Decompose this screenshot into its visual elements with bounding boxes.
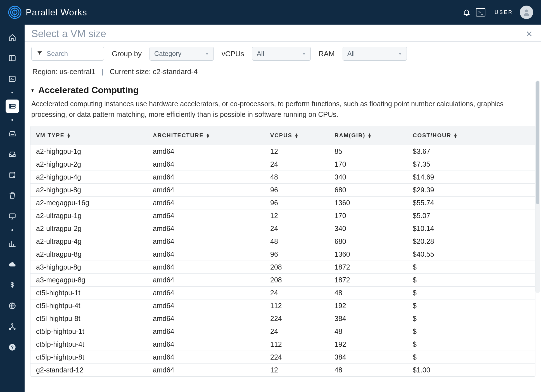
vcpus-select[interactable]: All ▼ [252,47,311,61]
cell-vcpu: 48 [270,237,334,245]
col-ram-header[interactable]: RAM(GIB) ▲▼ [334,132,413,139]
cell-ram: 1360 [334,250,413,258]
sort-icon: ▲▼ [206,133,210,138]
table-row[interactable]: a2-highgpu-8gamd6496680$29.39 [30,183,535,196]
table-row[interactable]: ct5l-hightpu-1tamd642448$ [30,286,535,299]
table-row[interactable]: a2-ultragpu-8gamd64961360$40.55 [30,248,535,261]
table-row[interactable]: a2-megagpu-16gamd64961360$55.74 [30,196,535,209]
cell-ram: 48 [334,366,413,374]
scrollbar-thumb[interactable] [536,81,539,204]
cell-vm: a2-ultragpu-4g [34,237,153,245]
cell-vm: a2-ultragpu-2g [34,225,153,233]
ram-select[interactable]: All ▼ [343,47,407,61]
sort-icon: ▲▼ [295,133,299,138]
brand-logo[interactable]: Parallel Works [8,5,87,19]
cell-arch: amd64 [153,353,270,361]
table-row[interactable]: ct5l-hightpu-8tamd64224384$ [30,312,535,325]
col-cost-header[interactable]: COST/HOUR ▲▼ [413,132,532,139]
sidebar-item-terminal[interactable] [6,72,19,86]
scrollbar-track[interactable] [535,81,540,293]
sidebar-item-bucket[interactable] [6,189,19,202]
sidebar: ? [0,25,25,392]
chevron-down-icon: ▼ [205,51,209,56]
cell-ram: 170 [334,212,413,220]
close-icon[interactable]: ✕ [524,29,534,39]
ram-value: All [347,50,355,58]
table-row[interactable]: a2-highgpu-4gamd6448340$14.69 [30,171,535,183]
group-by-label: Group by [112,49,142,58]
cell-arch: amd64 [153,199,270,207]
terminal-icon[interactable]: >_ [476,7,486,17]
chevron-down-icon: ▼ [398,51,402,56]
sidebar-item-help[interactable]: ? [6,341,19,354]
avatar[interactable] [520,6,533,19]
sidebar-item-disk[interactable] [6,168,19,182]
sort-icon: ▲▼ [454,133,458,138]
col-vcpu-header[interactable]: VCPUS ▲▼ [270,132,334,139]
page-title: Select a VM size [31,28,106,40]
cell-ram: 48 [334,289,413,297]
sidebar-item-compute[interactable] [6,100,19,113]
table-header: VM TYPE ▲▼ ARCHITECTURE ▲▼ VCPUS ▲▼ RAM(… [30,126,535,145]
table-row[interactable]: ct5lp-hightpu-1tamd642448$ [30,325,535,338]
notifications-icon[interactable] [462,7,472,17]
sidebar-item-panel[interactable] [6,51,19,65]
table-row[interactable]: a2-ultragpu-1gamd6412170$5.07 [30,209,535,222]
group-toggle[interactable]: ▾ Accelerated Computing [30,82,535,98]
table-row[interactable]: ct5l-hightpu-4tamd64112192$ [30,299,535,312]
cell-vm: ct5l-hightpu-1t [34,289,153,297]
table-row[interactable]: ct5lp-hightpu-4tamd64112192$ [30,338,535,351]
cell-ram: 1872 [334,263,413,271]
cell-arch: amd64 [153,340,270,348]
sidebar-item-billing[interactable] [6,278,19,292]
cell-cost: $1.00 [413,366,532,374]
current-size-label: Current size: c2-standard-4 [110,67,198,76]
sidebar-item-analytics[interactable] [6,237,19,251]
table-row[interactable]: a2-highgpu-1gamd641285$3.67 [30,145,535,158]
cell-cost: $14.69 [413,173,532,181]
cell-cost: $ [413,315,532,323]
cell-arch: amd64 [153,160,270,168]
cell-cost: $ [413,302,532,310]
sidebar-item-inbox[interactable] [6,127,19,140]
cell-cost: $ [413,353,532,361]
cell-vcpu: 224 [270,315,334,323]
cell-vcpu: 24 [270,327,334,336]
cell-ram: 192 [334,302,413,310]
search-input-wrap[interactable] [31,47,104,61]
group-by-select[interactable]: Category ▼ [150,47,214,61]
svg-point-9 [10,105,11,105]
ram-label: RAM [319,49,335,58]
table-row[interactable]: a3-highgpu-8gamd642081872$ [30,261,535,273]
table-row[interactable]: a3-megagpu-8gamd642081872$ [30,273,535,286]
cell-cost: $40.55 [413,250,532,258]
group-description: Accelerated computing instances use hard… [30,98,535,126]
cell-ram: 85 [334,147,413,155]
chevron-down-icon: ▼ [302,51,306,56]
col-arch-header[interactable]: ARCHITECTURE ▲▼ [153,132,270,139]
cell-arch: amd64 [153,173,270,181]
sidebar-item-cloud[interactable] [6,258,19,271]
cell-vm: a3-megagpu-8g [34,276,153,284]
meta-separator: | [101,67,103,76]
cell-vm: a2-highgpu-1g [34,147,153,155]
table-row[interactable]: a2-ultragpu-2gamd6424340$10.14 [30,222,535,235]
search-input[interactable] [47,50,99,58]
cell-arch: amd64 [153,366,270,374]
cell-vcpu: 96 [270,186,334,194]
sidebar-item-globe[interactable] [6,299,19,313]
sidebar-item-monitor[interactable] [6,210,19,223]
svg-point-3 [525,10,528,12]
cell-cost: $3.67 [413,147,532,155]
cell-vm: a2-ultragpu-8g [34,250,153,258]
table-row[interactable]: g2-standard-12amd641248$1.00 [30,363,535,376]
col-vm-header[interactable]: VM TYPE ▲▼ [34,132,153,139]
cell-arch: amd64 [153,276,270,284]
table-row[interactable]: a2-highgpu-2gamd6424170$7.35 [30,158,535,171]
sidebar-item-network[interactable] [6,320,19,333]
sidebar-item-inbox-2[interactable] [6,148,19,161]
filter-icon [37,50,43,57]
sidebar-item-home[interactable] [6,31,19,44]
table-row[interactable]: ct5lp-hightpu-8tamd64224384$ [30,351,535,363]
table-row[interactable]: a2-ultragpu-4gamd6448680$20.28 [30,235,535,248]
